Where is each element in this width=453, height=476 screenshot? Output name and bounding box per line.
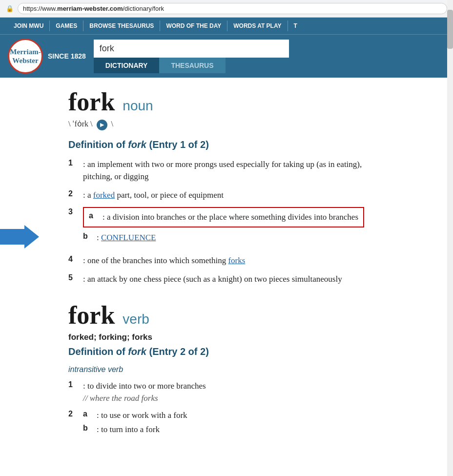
def-heading-1: Definition of fork (Entry 1 of 2)	[68, 139, 385, 150]
intransitive-label: intransitive verb	[68, 365, 385, 374]
def-item-3: 3 a : a division into branches or the pl…	[68, 207, 385, 249]
entry-1: fork noun \ ˈfȯrk \ ▶ \ Definition of fo…	[68, 87, 385, 285]
forked-link[interactable]: forked	[93, 190, 115, 200]
scrollbar-thumb[interactable]	[447, 10, 453, 49]
svg-marker-0	[0, 225, 39, 248]
search-input[interactable]	[94, 40, 289, 58]
def-number-5: 5	[68, 273, 83, 282]
verb-def-text-2b: : to turn into a fork	[97, 423, 160, 436]
search-tabs: DICTIONARY THESAURUS	[94, 58, 445, 73]
main-content: fork noun \ ˈfȯrk \ ▶ \ Definition of fo…	[0, 78, 453, 457]
def-text-4: : one of the branches into which somethi…	[83, 254, 245, 267]
browser-chrome: 🔒 https://www.merriam-webster.com/dictio…	[0, 0, 453, 18]
def-text-5: : an attack by one chess piece (such as …	[83, 273, 342, 286]
def-item-1: 1 : an implement with two or more prongs…	[68, 158, 385, 183]
tab-thesaurus[interactable]: THESAURUS	[159, 58, 225, 73]
logo-container: Merriam-Webster SINCE 1828	[8, 39, 86, 74]
scrollbar[interactable]	[447, 0, 453, 457]
word-header-row-2: fork verb	[68, 301, 385, 330]
address-bar[interactable]: https://www.merriam-webster.com/dictiona…	[18, 3, 447, 14]
def-sub-letter-3a: a	[89, 211, 103, 220]
verb-def-number-1: 1	[68, 380, 83, 389]
forks-link-4[interactable]: forks	[228, 256, 245, 265]
security-icon: 🔒	[6, 5, 14, 12]
def-number-1: 1	[68, 158, 83, 167]
nav-bar: JOIN MWU GAMES BROWSE THESAURUS WORD OF …	[0, 18, 453, 35]
pronunciation-1: \ ˈfȯrk \ ▶ \	[68, 119, 385, 130]
verb-def-item-2a: a : to use or work with a fork	[83, 409, 187, 422]
nav-words-at-play[interactable]: WORDS AT PLAY	[227, 21, 288, 31]
search-container: DICTIONARY THESAURUS	[94, 40, 445, 73]
verb-def-text-1: : to divide into two or more branches	[83, 381, 206, 391]
def-item-4: 4 : one of the branches into which somet…	[68, 254, 385, 267]
verb-def-text-2a: : to use or work with a fork	[97, 409, 187, 422]
def-text-3b: : CONFLUENCE	[97, 231, 156, 244]
word-header-row: fork noun	[68, 87, 385, 116]
verb-forms: forked; forking; forks	[68, 332, 385, 342]
def-number-2: 2	[68, 189, 83, 198]
nav-games[interactable]: GAMES	[50, 21, 83, 31]
blue-arrow-container	[0, 225, 39, 248]
verb-def-item-2b: b : to turn into a fork	[83, 423, 187, 436]
tab-dictionary[interactable]: DICTIONARY	[94, 58, 160, 73]
def-sub-letter-3b: b	[83, 231, 97, 241]
nav-thesaurus[interactable]: BROWSE THESAURUS	[83, 21, 160, 31]
def-text-2: : a forked part, tool, or piece of equip…	[83, 189, 224, 202]
word-title-1: fork	[68, 88, 115, 116]
since-text: SINCE 1828	[48, 52, 86, 60]
word-pos-2: verb	[123, 311, 149, 327]
verb-def-number-2: 2	[68, 409, 83, 418]
logo-text: Merriam-Webster	[10, 47, 41, 65]
def-text-3a: : a division into branches or the place …	[103, 211, 358, 224]
audio-button-1[interactable]: ▶	[97, 120, 107, 130]
word-title-2: fork	[68, 301, 115, 329]
def-list-1: 1 : an implement with two or more prongs…	[68, 158, 385, 286]
word-pos-1: noun	[123, 98, 153, 113]
verb-def-item-1: 1 : to divide into two or more branches …	[68, 380, 385, 403]
site-header: JOIN MWU GAMES BROWSE THESAURUS WORD OF …	[0, 18, 453, 78]
def-item-3b: b : CONFLUENCE	[83, 231, 364, 244]
def-text-1: : an implement with two or more prongs u…	[83, 158, 385, 183]
def-list-2: 1 : to divide into two or more branches …	[68, 380, 385, 442]
verb-def-2-subs: a : to use or work with a fork b : to tu…	[83, 409, 187, 442]
verb-def-1-example: // where the road forks	[83, 393, 206, 403]
nav-more[interactable]: T	[288, 21, 303, 31]
def-item-2: 2 : a forked part, tool, or piece of equ…	[68, 189, 385, 202]
entry-2: fork verb forked; forking; forks Definit…	[68, 301, 385, 442]
logo-circle: Merriam-Webster	[8, 39, 43, 74]
def-item-5: 5 : an attack by one chess piece (such a…	[68, 273, 385, 286]
url-text: https://www.merriam-webster.com/dictiona…	[23, 5, 164, 12]
verb-def-1-content: : to divide into two or more branches //…	[83, 380, 206, 403]
nav-join[interactable]: JOIN MWU	[8, 21, 50, 31]
confluence-link[interactable]: CONFLUENCE	[101, 233, 156, 242]
header-main: Merriam-Webster SINCE 1828 DICTIONARY TH…	[0, 35, 453, 78]
def-3-sub: a : a division into branches or the plac…	[83, 207, 364, 249]
search-input-row	[94, 40, 445, 58]
def-number-3: 3	[68, 207, 83, 216]
verb-def-sub-2a: a	[83, 409, 97, 418]
def-number-4: 4	[68, 254, 83, 264]
blue-arrow-icon	[0, 225, 39, 248]
def-item-3a: a : a division into branches or the plac…	[83, 207, 364, 228]
verb-def-item-2: 2 a : to use or work with a fork b : to …	[68, 409, 385, 442]
verb-def-sub-2b: b	[83, 423, 97, 433]
def-heading-2: Definition of fork (Entry 2 of 2)	[68, 346, 385, 357]
nav-word-of-day[interactable]: WORD OF THE DAY	[160, 21, 227, 31]
